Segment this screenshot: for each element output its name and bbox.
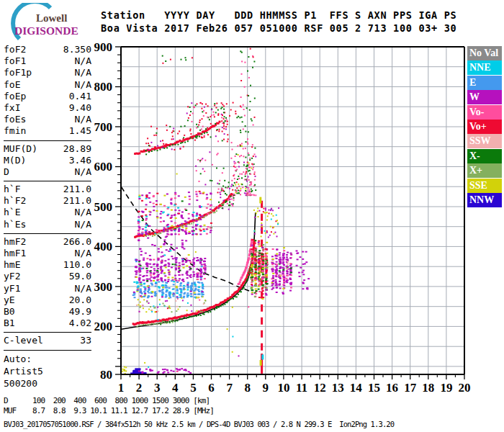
svg-text:80: 80 xyxy=(100,368,112,382)
param-row-foF2: foF28.350 xyxy=(4,44,91,55)
param-value: 4.02 xyxy=(69,318,91,329)
param-value: 211.0 xyxy=(63,195,91,207)
legend-item-x-: X- xyxy=(467,149,502,163)
param-value: 0.41 xyxy=(69,91,91,102)
param-label: h`F2 xyxy=(4,195,26,207)
legend-item-vo-: Vo- xyxy=(467,105,502,120)
svg-text:5: 5 xyxy=(190,381,197,395)
legend-item-sse: SSE xyxy=(467,179,502,193)
param-label: M(D) xyxy=(4,155,26,166)
param-value: N/A xyxy=(75,55,91,67)
param-value: N/A xyxy=(75,67,91,78)
param-value: 211.0 xyxy=(63,184,91,195)
param-label: hmF2 xyxy=(4,236,26,248)
svg-text:13: 13 xyxy=(332,381,344,395)
param-row-hmE: hmE110.0 xyxy=(4,259,91,271)
footer: D 100 200 400 600 800 1000 1500 3000 [km… xyxy=(4,396,394,429)
param-label: hmE xyxy=(4,259,20,271)
param-row-yF1: yF1N/A xyxy=(4,283,91,294)
param-value: 49.9 xyxy=(69,306,91,318)
param-label: foE xyxy=(4,79,20,91)
param-value: N/A xyxy=(75,207,91,218)
param-label: h`Es xyxy=(4,219,26,230)
svg-text:10: 10 xyxy=(277,381,289,395)
svg-text:900: 900 xyxy=(94,40,113,54)
legend-item-x+: X+ xyxy=(467,163,502,178)
param-label: foEs xyxy=(4,114,26,125)
svg-text:17: 17 xyxy=(404,381,417,395)
svg-text:15: 15 xyxy=(368,381,380,395)
param-row-yE: yE20.0 xyxy=(4,294,91,306)
param-label: fxI xyxy=(4,102,20,114)
legend-item-no-val: No Val xyxy=(467,46,502,60)
svg-text:800: 800 xyxy=(94,80,113,94)
param-row-foF1p: foF1pN/A xyxy=(4,67,91,78)
svg-text:3: 3 xyxy=(154,381,161,395)
param-value: N/A xyxy=(75,79,91,91)
param-label: foF1p xyxy=(4,67,32,78)
param-label: yF2 xyxy=(4,271,20,282)
param-value: N/A xyxy=(75,283,91,294)
param-row-D: DN/A xyxy=(4,166,91,178)
param-row-h`F: h`F211.0 xyxy=(4,184,91,195)
param-label: B0 xyxy=(4,306,15,318)
param-value: 20.0 xyxy=(69,294,91,306)
param-label: hmF1 xyxy=(4,248,26,259)
param-row-foEs: foEsN/A xyxy=(4,114,91,125)
param-value: 9.40 xyxy=(69,102,91,114)
param-row-B1: B14.02 xyxy=(4,318,91,329)
svg-text:14: 14 xyxy=(350,381,363,395)
svg-text:200: 200 xyxy=(94,320,113,333)
legend-item-nne: NNE xyxy=(467,60,502,75)
file-info-line: BVJ03_2017057051000.RSF / 384fx512h 50 k… xyxy=(4,419,394,429)
param-group-divider xyxy=(4,350,91,351)
param-row-B0: B049.9 xyxy=(4,306,91,318)
svg-text:500: 500 xyxy=(94,200,113,214)
param-value: N/A xyxy=(75,248,91,259)
param-value: 266.0 xyxy=(63,236,91,248)
param-label: B1 xyxy=(4,318,15,329)
svg-text:12: 12 xyxy=(314,381,326,395)
svg-text:11: 11 xyxy=(296,381,307,395)
param-row-hmF1: hmF1N/A xyxy=(4,248,91,259)
ionogram-page: Lowell DIGISONDE Station YYYY DAY DDD HH… xyxy=(0,0,504,432)
param-row-fxI: fxI9.40 xyxy=(4,102,91,114)
param-row-h`F2: h`F2211.0 xyxy=(4,195,91,207)
param-value: 59.0 xyxy=(69,271,91,282)
param-group-divider xyxy=(4,233,91,234)
param-value: 1.45 xyxy=(69,125,91,137)
autoscaling-info-line: Artist5 xyxy=(4,365,91,377)
legend-item-e: E xyxy=(467,76,502,90)
svg-text:6: 6 xyxy=(208,381,215,395)
param-group-divider xyxy=(4,140,91,141)
direction-legend: No ValNNEEWVo-Vo+SSWX-X+SSENNW xyxy=(467,46,502,207)
param-label: yF1 xyxy=(4,283,20,294)
svg-text:7: 7 xyxy=(226,381,233,395)
param-label: fmin xyxy=(4,125,26,137)
param-label: C-level xyxy=(4,335,43,346)
legend-item-nnw: NNW xyxy=(467,193,502,207)
param-value: N/A xyxy=(75,166,91,178)
svg-text:19: 19 xyxy=(440,381,452,395)
param-value: 110.0 xyxy=(63,259,91,271)
param-value: 3.46 xyxy=(69,155,91,166)
param-value: N/A xyxy=(75,219,91,230)
legend-item-ssw: SSW xyxy=(467,134,502,148)
param-value: 33 xyxy=(80,335,91,346)
param-row-yF2: yF259.0 xyxy=(4,271,91,282)
svg-text:18: 18 xyxy=(422,381,434,395)
svg-text:1: 1 xyxy=(118,381,125,395)
param-row-M(D): M(D)3.46 xyxy=(4,155,91,166)
param-label: MUF(D) xyxy=(4,143,37,155)
param-label: D xyxy=(4,166,9,178)
param-row-MUF(D): MUF(D)28.89 xyxy=(4,143,91,155)
param-row-h`E: h`EN/A xyxy=(4,207,91,218)
param-row-foEp: foEp0.41 xyxy=(4,91,91,102)
param-group-divider xyxy=(4,181,91,181)
autoscaling-info-line: 500200 xyxy=(4,377,91,390)
svg-text:400: 400 xyxy=(94,240,113,253)
param-label: h`E xyxy=(4,207,20,218)
svg-text:4: 4 xyxy=(172,381,179,395)
param-label: foF1 xyxy=(4,55,26,67)
svg-text:2: 2 xyxy=(136,381,143,395)
